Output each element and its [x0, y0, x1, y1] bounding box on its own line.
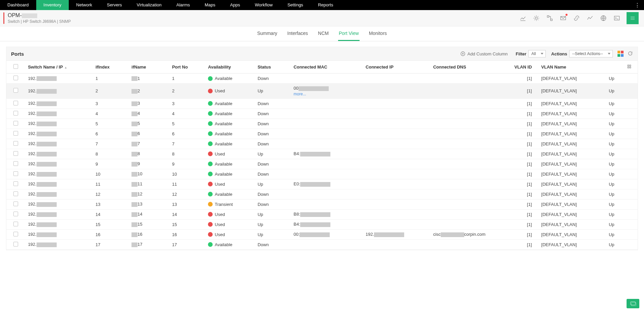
actions-select[interactable]: --Select Actions--	[569, 50, 613, 57]
col-ifindex[interactable]: ifIndex	[93, 61, 129, 74]
table-row[interactable]: 192. 17 17 17 Available Down [1] [DEFAUL…	[6, 239, 638, 250]
row-checkbox[interactable]	[13, 202, 18, 206]
cell-switch-name: 192.	[25, 159, 93, 169]
row-checkbox[interactable]	[13, 131, 18, 136]
view-grid-icon[interactable]	[618, 51, 624, 57]
globe-icon[interactable]	[600, 14, 607, 22]
col-switch-name[interactable]: Switch Name / IP▲	[25, 61, 93, 74]
row-checkbox[interactable]	[13, 101, 18, 105]
cell-switch-name: 192.	[25, 98, 93, 108]
table-row[interactable]: 192. 7 7 7 Available Down [1] [DEFAULT_V…	[6, 139, 638, 149]
tab-ncm[interactable]: NCM	[317, 27, 329, 41]
cell-up: Up	[606, 119, 624, 129]
table-row[interactable]: 192. 2 2 2 Used Up 00more... [1] [DEFAUL…	[6, 84, 638, 99]
table-row[interactable]: 192. 8 8 8 Used Up B4: [1] [DEFAULT_VLAN…	[6, 149, 638, 159]
status-dot-icon	[208, 162, 213, 166]
chart-icon[interactable]	[519, 14, 527, 22]
col-availability[interactable]: Availability	[205, 61, 255, 74]
row-checkbox[interactable]	[13, 222, 18, 226]
hamburger-menu-icon[interactable]	[627, 12, 639, 24]
col-status[interactable]: Status	[255, 61, 291, 74]
row-checkbox[interactable]	[13, 191, 18, 196]
table-row[interactable]: 192. 3 3 3 Available Down [1] [DEFAULT_V…	[6, 98, 638, 108]
nav-virtualization[interactable]: Virtualization	[129, 0, 169, 10]
row-checkbox[interactable]	[13, 121, 18, 126]
col-vlan-name[interactable]: VLAN Name	[539, 61, 606, 74]
table-row[interactable]: 192. 11 11 11 Used Up E0: [1] [DEFAULT_V…	[6, 179, 638, 189]
link-icon[interactable]	[573, 14, 580, 22]
row-checkbox[interactable]	[13, 76, 18, 80]
cell-availability: Available	[205, 129, 255, 139]
cell-mac	[291, 108, 363, 119]
table-row[interactable]: 192. 1 1 1 Available Down [1] [DEFAULT_V…	[6, 74, 638, 84]
cell-vlan-id: [1]	[498, 179, 539, 189]
col-ifname[interactable]: ifName	[129, 61, 169, 74]
table-row[interactable]: 192. 13 13 13 Transient Down [1] [DEFAUL…	[6, 199, 638, 209]
nav-inventory[interactable]: Inventory	[36, 0, 69, 10]
table-row[interactable]: 192. 12 12 12 Available Down [1] [DEFAUL…	[6, 189, 638, 199]
tab-port-view[interactable]: Port View	[338, 27, 360, 41]
row-checkbox[interactable]	[13, 111, 18, 116]
cell-vlan-id: [1]	[498, 108, 539, 119]
row-checkbox[interactable]	[13, 232, 18, 236]
nav-workflow[interactable]: Workflow	[248, 0, 280, 10]
topology-icon[interactable]	[546, 14, 553, 22]
col-connected-mac[interactable]: Connected MAC	[291, 61, 363, 74]
nav-maps[interactable]: Maps	[197, 0, 223, 10]
cell-mac	[291, 169, 363, 179]
filter-select[interactable]: All	[528, 50, 546, 57]
table-row[interactable]: 192. 10 10 10 Available Down [1] [DEFAUL…	[6, 169, 638, 179]
graph-icon[interactable]	[586, 14, 594, 22]
cell-up: Up	[606, 229, 624, 239]
tab-summary[interactable]: Summary	[257, 27, 278, 41]
col-connected-dns[interactable]: Connected DNS	[430, 61, 498, 74]
svg-rect-16	[630, 67, 631, 68]
more-link[interactable]: more...	[293, 92, 360, 96]
redacted-text	[131, 162, 138, 167]
cell-availability: Available	[205, 119, 255, 129]
row-checkbox[interactable]	[13, 212, 18, 216]
nav-apps[interactable]: Apps	[223, 0, 248, 10]
cell-vlan-id: [1]	[498, 139, 539, 149]
mail-icon[interactable]	[559, 14, 567, 22]
add-custom-column-button[interactable]: Add Custom Column	[458, 50, 511, 58]
nav-servers[interactable]: Servers	[100, 0, 129, 10]
overflow-menu-icon[interactable]: ⋮	[630, 2, 644, 8]
nav-reports[interactable]: Reports	[311, 0, 341, 10]
cell-vlan-name: [DEFAULT_VLAN]	[539, 139, 606, 149]
table-row[interactable]: 192. 15 15 15 Used Up B4: [1] [DEFAULT_V…	[6, 219, 638, 229]
nav-network[interactable]: Network	[69, 0, 100, 10]
cell-dns: cisccorpin.com	[430, 229, 498, 239]
terminal-icon[interactable]	[613, 14, 621, 22]
redacted-text	[131, 101, 138, 106]
nav-alarms[interactable]: Alarms	[169, 0, 197, 10]
table-row[interactable]: 192. 16 16 16 Used Up 00: 192. cisccorpi…	[6, 229, 638, 239]
nav-dashboard[interactable]: Dashboard	[0, 0, 36, 10]
row-checkbox[interactable]	[13, 141, 18, 146]
tab-monitors[interactable]: Monitors	[368, 27, 388, 41]
row-checkbox[interactable]	[13, 181, 18, 186]
table-row[interactable]: 192. 9 9 9 Available Down [1] [DEFAULT_V…	[6, 159, 638, 169]
table-row[interactable]: 192. 4 4 4 Available Down [1] [DEFAULT_V…	[6, 108, 638, 119]
row-checkbox[interactable]	[13, 151, 18, 156]
cell-vlan-id: [1]	[498, 229, 539, 239]
nav-settings[interactable]: Settings	[280, 0, 311, 10]
row-checkbox[interactable]	[13, 161, 18, 166]
alert-icon[interactable]	[533, 14, 540, 22]
select-all-checkbox[interactable]	[13, 64, 18, 69]
row-checkbox[interactable]	[13, 171, 18, 176]
tab-interfaces[interactable]: Interfaces	[287, 27, 309, 41]
row-checkbox[interactable]	[13, 242, 18, 247]
row-checkbox[interactable]	[13, 88, 18, 93]
table-row[interactable]: 192. 6 6 6 Available Down [1] [DEFAULT_V…	[6, 129, 638, 139]
column-settings-icon[interactable]	[624, 61, 638, 74]
col-connected-ip[interactable]: Connected IP	[363, 61, 430, 74]
col-up[interactable]	[606, 61, 624, 74]
cell-dns	[430, 189, 498, 199]
table-row[interactable]: 192. 14 14 14 Used Up B8: [1] [DEFAULT_V…	[6, 209, 638, 219]
table-row[interactable]: 192. 5 5 5 Available Down [1] [DEFAULT_V…	[6, 119, 638, 129]
refresh-icon[interactable]	[628, 51, 633, 57]
status-dot-icon	[208, 232, 213, 237]
col-port-no[interactable]: Port No	[169, 61, 205, 74]
col-vlan-id[interactable]: VLAN ID	[498, 61, 539, 74]
